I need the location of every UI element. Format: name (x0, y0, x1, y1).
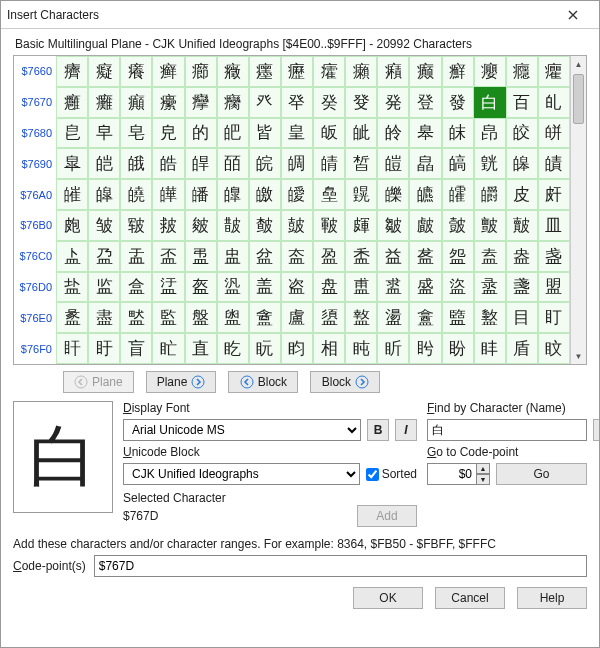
char-cell[interactable]: 盺 (377, 333, 409, 364)
char-cell[interactable]: 盀 (56, 241, 88, 272)
char-cell[interactable]: 皹 (345, 210, 377, 241)
char-cell[interactable]: 盠 (56, 302, 88, 333)
char-cell[interactable]: 皗 (281, 148, 313, 179)
char-cell[interactable]: 癪 (377, 56, 409, 87)
char-cell[interactable]: 盰 (56, 333, 88, 364)
char-cell[interactable]: 盼 (442, 333, 474, 364)
char-cell[interactable]: 目 (506, 302, 538, 333)
char-cell[interactable]: 盻 (409, 333, 441, 364)
add-button[interactable]: Add (357, 505, 417, 527)
char-cell[interactable]: 皯 (538, 179, 570, 210)
char-cell[interactable]: 皲 (120, 210, 152, 241)
char-cell[interactable]: 癮 (506, 56, 538, 87)
char-cell[interactable]: 皦 (249, 179, 281, 210)
unicode-block-select[interactable]: CJK Unified Ideographs (123, 463, 360, 485)
char-cell[interactable]: 皷 (281, 210, 313, 241)
char-cell[interactable]: 盳 (152, 333, 184, 364)
char-cell[interactable]: 癣 (152, 56, 184, 87)
char-cell[interactable]: 盆 (249, 241, 281, 272)
scroll-down-arrow[interactable]: ▼ (571, 348, 586, 364)
char-cell[interactable]: 皌 (442, 118, 474, 149)
ok-button[interactable]: OK (353, 587, 423, 609)
char-cell[interactable]: 盧 (281, 302, 313, 333)
find-input[interactable] (427, 419, 587, 441)
char-cell[interactable]: 盕 (217, 272, 249, 303)
char-cell[interactable]: 皇 (281, 118, 313, 149)
char-cell[interactable]: 盋 (409, 241, 441, 272)
char-cell[interactable]: 癳 (152, 87, 184, 118)
grid-scrollbar[interactable]: ▲ ▼ (570, 56, 586, 364)
char-cell[interactable]: 皠 (56, 179, 88, 210)
codepoints-input[interactable] (94, 555, 587, 577)
char-cell[interactable]: 盘 (313, 272, 345, 303)
char-cell[interactable]: 盍 (474, 241, 506, 272)
char-cell[interactable]: 监 (88, 272, 120, 303)
char-cell[interactable]: 盹 (345, 333, 377, 364)
char-cell[interactable]: 皾 (506, 210, 538, 241)
char-cell[interactable]: 皂 (120, 118, 152, 149)
sorted-checkbox[interactable]: Sorted (366, 467, 417, 481)
char-cell[interactable]: 皅 (217, 118, 249, 149)
find-next-button[interactable]: Find Next (593, 419, 599, 441)
char-cell[interactable]: 皒 (120, 148, 152, 179)
char-cell[interactable]: 百 (506, 87, 538, 118)
char-cell[interactable]: 癷 (281, 87, 313, 118)
character-grid[interactable]: 癠癡癢癣癤癥癦癧癨癩癪癫癬癭癮癯癰癱癲癳癴癵癶癷癸癹発登發白百癿皀皁皂皃的皅皆皇… (56, 56, 570, 364)
char-cell[interactable]: 盇 (281, 241, 313, 272)
char-cell[interactable]: 癰 (56, 87, 88, 118)
char-cell[interactable]: 盵 (217, 333, 249, 364)
char-cell[interactable]: 皜 (442, 148, 474, 179)
cancel-button[interactable]: Cancel (435, 587, 505, 609)
char-cell[interactable]: 皫 (409, 179, 441, 210)
close-button[interactable] (553, 5, 593, 25)
bold-button[interactable]: B (367, 419, 389, 441)
char-cell[interactable]: 盬 (442, 302, 474, 333)
char-cell[interactable]: 盯 (538, 302, 570, 333)
char-cell[interactable]: 直 (185, 333, 217, 364)
char-cell[interactable]: 皽 (474, 210, 506, 241)
char-cell[interactable]: 盩 (345, 302, 377, 333)
char-cell[interactable]: 皼 (442, 210, 474, 241)
char-cell[interactable]: 癥 (217, 56, 249, 87)
char-cell[interactable]: 皬 (442, 179, 474, 210)
char-cell[interactable]: 癹 (345, 87, 377, 118)
char-cell[interactable]: 皩 (345, 179, 377, 210)
char-cell[interactable]: 皖 (249, 148, 281, 179)
char-cell[interactable]: 癢 (120, 56, 152, 87)
char-cell[interactable]: 皸 (313, 210, 345, 241)
char-cell[interactable]: 癫 (409, 56, 441, 87)
char-cell[interactable]: 發 (442, 87, 474, 118)
char-cell[interactable]: 皤 (185, 179, 217, 210)
scroll-thumb[interactable] (573, 74, 584, 124)
char-cell[interactable]: 癠 (56, 56, 88, 87)
char-cell[interactable]: 皱 (88, 210, 120, 241)
char-cell[interactable]: 癶 (249, 87, 281, 118)
char-cell[interactable]: 癩 (345, 56, 377, 87)
char-cell[interactable]: 盁 (88, 241, 120, 272)
char-cell[interactable]: 皊 (377, 118, 409, 149)
char-cell[interactable]: 白 (474, 87, 506, 118)
char-cell[interactable]: 皃 (152, 118, 184, 149)
char-cell[interactable]: 皳 (152, 210, 184, 241)
char-cell[interactable]: 盌 (442, 241, 474, 272)
char-cell[interactable]: 癱 (88, 87, 120, 118)
char-cell[interactable]: 盟 (538, 272, 570, 303)
char-cell[interactable]: 癡 (88, 56, 120, 87)
char-cell[interactable]: 皟 (538, 148, 570, 179)
plane-next-button[interactable]: Plane (146, 371, 217, 393)
char-cell[interactable]: 盒 (120, 272, 152, 303)
char-cell[interactable]: 皑 (88, 148, 120, 179)
char-cell[interactable]: 盅 (217, 241, 249, 272)
char-cell[interactable]: 癲 (120, 87, 152, 118)
char-cell[interactable]: 皮 (506, 179, 538, 210)
char-cell[interactable]: 盥 (217, 302, 249, 333)
char-cell[interactable]: 盛 (409, 272, 441, 303)
char-cell[interactable]: 盄 (185, 241, 217, 272)
char-cell[interactable]: 皙 (345, 148, 377, 179)
char-cell[interactable]: 発 (377, 87, 409, 118)
char-cell[interactable]: 癤 (185, 56, 217, 87)
char-cell[interactable]: 盈 (313, 241, 345, 272)
char-cell[interactable]: 盢 (120, 302, 152, 333)
char-cell[interactable]: 盱 (88, 333, 120, 364)
char-cell[interactable]: 皪 (377, 179, 409, 210)
